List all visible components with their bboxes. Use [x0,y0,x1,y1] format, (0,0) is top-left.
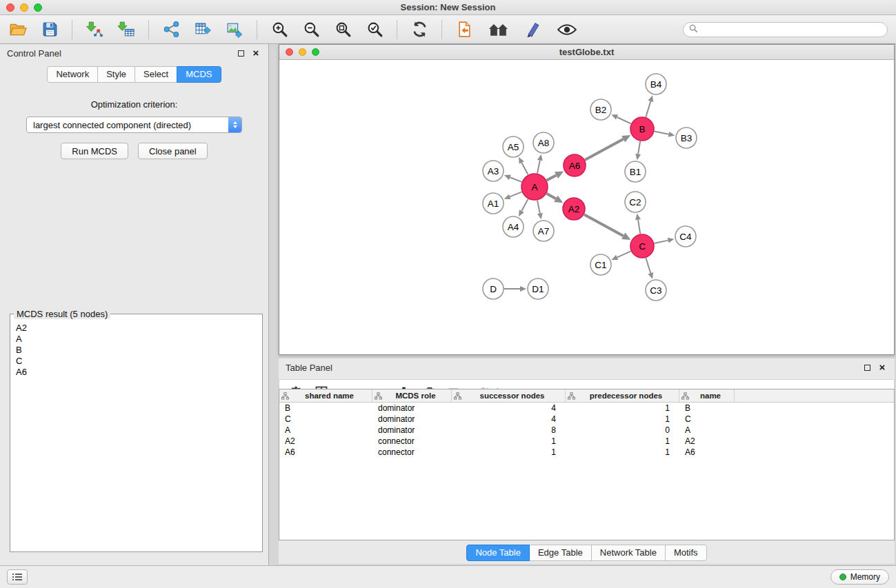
node-C4[interactable]: C4 [675,226,696,247]
table-row[interactable]: Adominator80A [279,425,894,436]
table-cell: A [679,425,735,435]
open-session-icon[interactable] [8,19,28,40]
node-A3[interactable]: A3 [483,161,504,181]
network-zoom-button[interactable] [312,48,319,56]
column-header-shared-name[interactable]: shared name [279,389,372,402]
edge-B-B1[interactable] [638,141,640,154]
close-panel-icon[interactable]: × [250,48,261,59]
table-row[interactable]: A6connector11A6 [279,447,894,458]
fullscreen-window-button[interactable] [34,3,42,12]
edge-A-A2[interactable] [546,194,555,199]
edge-A-A3[interactable] [510,177,521,182]
table-row[interactable]: Cdominator41C [279,414,894,425]
float-panel-icon[interactable] [235,48,246,59]
open-session-file-icon[interactable] [455,19,474,40]
node-C[interactable]: C [630,234,654,258]
memory-button[interactable]: Memory [830,569,889,585]
close-table-panel-icon[interactable]: × [877,362,888,373]
search-input[interactable] [701,25,882,34]
node-A4[interactable]: A4 [503,216,524,237]
minimize-window-button[interactable] [20,3,28,12]
network-canvas[interactable]: B4B2BB3A5A8A6A3B1AC2A1A2A4A7C4CC1DD1C3 [281,61,893,353]
edge-B-B2[interactable] [617,117,631,123]
column-header-predecessor-nodes[interactable]: predecessor nodes [566,389,679,402]
tab-edge-table[interactable]: Edge Table [529,545,592,561]
node-A[interactable]: A [521,174,548,200]
network-minimize-button[interactable] [299,48,306,56]
save-session-icon[interactable] [40,19,59,40]
run-mcds-button[interactable]: Run MCDS [61,143,128,159]
mcds-result-list: A2ABCA6 [10,314,262,378]
svg-text:A7: A7 [538,226,550,236]
node-B[interactable]: B [630,117,654,141]
edge-C-C4[interactable] [655,241,668,243]
node-B1[interactable]: B1 [625,161,646,182]
export-table-icon[interactable] [193,19,212,40]
import-table-file-icon[interactable] [117,19,136,40]
node-B2[interactable]: B2 [590,99,611,120]
tab-network[interactable]: Network [47,66,98,83]
zoom-out-icon[interactable] [301,19,321,40]
node-B3[interactable]: B3 [676,128,697,148]
tab-select[interactable]: Select [135,66,177,83]
result-item[interactable]: B [14,345,258,356]
column-header-mcds-role[interactable]: MCDS role [372,389,452,402]
edge-C-C1[interactable] [617,251,631,257]
style-tool-icon[interactable] [524,19,543,40]
zoom-selected-icon[interactable] [365,19,384,40]
tab-network-table[interactable]: Network Table [591,545,666,561]
result-item[interactable]: A [14,334,258,345]
search-box[interactable] [683,22,888,37]
edge-C-C2[interactable] [638,220,640,234]
close-panel-button[interactable]: Close panel [138,143,208,159]
zoom-in-icon[interactable] [270,19,289,40]
edge-B-B4[interactable] [646,101,650,117]
network-graph[interactable]: B4B2BB3A5A8A6A3B1AC2A1A2A4A7C4CC1DD1C3 [281,61,893,353]
export-image-icon[interactable] [225,19,244,40]
node-C2[interactable]: C2 [625,192,646,212]
edge-A6-B[interactable] [585,139,624,160]
edge-A-A5[interactable] [521,163,528,174]
refresh-view-icon[interactable] [410,19,429,40]
close-window-button[interactable] [6,3,14,12]
node-A1[interactable]: A1 [483,193,504,214]
edge-A-A1[interactable] [510,192,521,196]
result-item[interactable]: C [14,356,258,367]
edge-B-B3[interactable] [655,132,669,134]
tab-motifs[interactable]: Motifs [665,545,707,561]
edge-C-C3[interactable] [646,258,650,273]
edge-A-A6[interactable] [547,175,557,180]
table-row[interactable]: A2connector11A2 [279,436,894,447]
node-A7[interactable]: A7 [533,221,554,241]
node-B4[interactable]: B4 [646,74,666,94]
tab-style[interactable]: Style [97,66,135,83]
edge-A-A7[interactable] [537,201,540,214]
show-hide-icon[interactable] [555,19,579,40]
network-close-button[interactable] [286,48,293,56]
edge-A-A8[interactable] [537,160,540,173]
tab-node-table[interactable]: Node Table [466,545,530,561]
optimization-criterion-select[interactable]: largest connected component (directed) [26,116,242,133]
import-network-database-icon[interactable] [161,19,181,40]
node-D1[interactable]: D1 [528,278,548,299]
tab-mcds[interactable]: MCDS [177,66,221,83]
node-D[interactable]: D [483,278,504,299]
task-history-button[interactable] [7,569,28,585]
node-C3[interactable]: C3 [646,280,666,301]
node-C1[interactable]: C1 [590,254,611,275]
result-item[interactable]: A2 [14,323,258,334]
node-A8[interactable]: A8 [533,132,554,153]
result-item[interactable]: A6 [14,367,258,378]
node-A6[interactable]: A6 [564,154,586,176]
home-icon[interactable] [486,19,511,40]
node-A2[interactable]: A2 [563,198,585,220]
import-network-file-icon[interactable] [85,19,104,40]
float-table-panel-icon[interactable] [862,362,873,373]
column-header-successor-nodes[interactable]: successor nodes [452,389,566,402]
zoom-fit-icon[interactable] [333,19,352,40]
column-header-name[interactable]: name [679,389,735,402]
edge-A2-C[interactable] [584,214,624,236]
table-row[interactable]: Bdominator41B [279,403,894,414]
node-A5[interactable]: A5 [503,136,524,157]
edge-A-A4[interactable] [521,199,528,211]
